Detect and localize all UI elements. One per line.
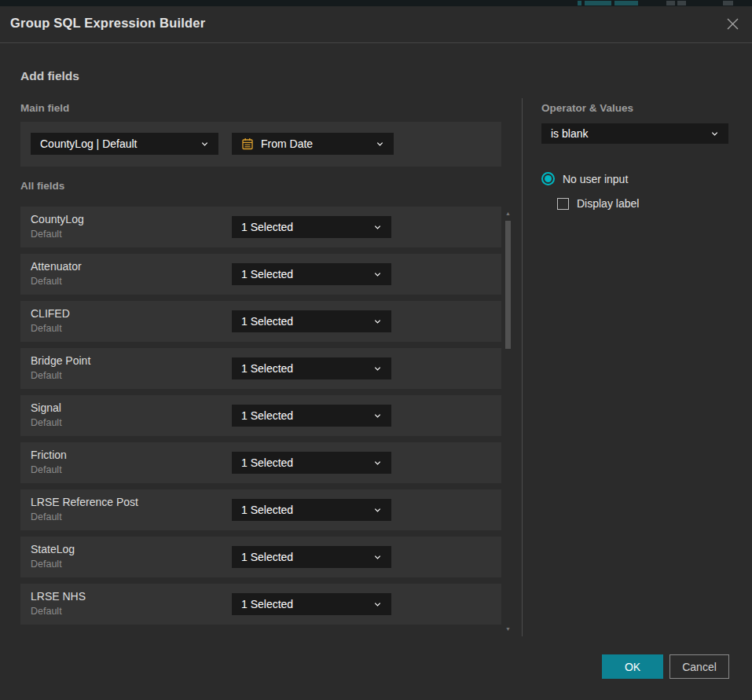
chevron-down-icon xyxy=(373,317,382,326)
chevron-down-icon xyxy=(373,459,382,467)
vertical-divider xyxy=(522,98,523,636)
background-decoration xyxy=(578,1,581,5)
chevron-down-icon xyxy=(373,270,382,279)
chevron-down-icon xyxy=(373,223,382,232)
background-decoration xyxy=(585,1,611,5)
field-subtitle: Default xyxy=(31,417,62,428)
group-sql-expression-builder-dialog: Group SQL Expression Builder Add fields … xyxy=(0,6,752,700)
field-name: CountyLog xyxy=(31,213,84,225)
field-name: Friction xyxy=(31,449,67,461)
field-name: LRSE Reference Post xyxy=(31,496,138,508)
field-selection-select[interactable]: 1 Selected xyxy=(232,263,391,285)
calendar-icon xyxy=(241,137,254,150)
selection-value: 1 Selected xyxy=(241,315,367,328)
selection-value: 1 Selected xyxy=(241,456,367,469)
field-row-countylog: CountyLog Default 1 Selected xyxy=(20,207,501,247)
field-selection-select[interactable]: 1 Selected xyxy=(232,357,391,379)
field-subtitle: Default xyxy=(31,323,62,334)
selection-value: 1 Selected xyxy=(241,551,367,563)
no-user-input-label: No user input xyxy=(563,173,628,185)
display-label-checkbox[interactable]: Display label xyxy=(557,197,639,210)
scrollbar-up-arrow[interactable]: ▲ xyxy=(504,211,512,216)
all-fields-label: All fields xyxy=(20,180,64,192)
chevron-down-icon xyxy=(373,365,382,373)
close-icon[interactable] xyxy=(724,15,741,32)
radio-selected-icon xyxy=(541,172,555,185)
field-selection-select[interactable]: 1 Selected xyxy=(232,405,391,427)
field-name: LRSE NHS xyxy=(31,590,86,603)
dialog-header: Group SQL Expression Builder xyxy=(0,6,752,43)
field-selection-select[interactable]: 1 Selected xyxy=(232,452,391,474)
add-fields-heading: Add fields xyxy=(20,69,79,83)
display-label-text: Display label xyxy=(577,197,639,210)
selection-value: 1 Selected xyxy=(241,268,367,280)
chevron-down-icon xyxy=(373,412,382,420)
field-row-bridge-point: Bridge Point Default 1 Selected xyxy=(20,348,501,389)
operator-select[interactable]: is blank xyxy=(541,123,728,144)
background-app-strip xyxy=(0,0,752,6)
field-name: CLIFED xyxy=(31,307,70,320)
field-select-value: From Date xyxy=(261,137,369,150)
chevron-down-icon xyxy=(376,140,384,148)
selection-value: 1 Selected xyxy=(241,409,367,422)
field-row-statelog: StateLog Default 1 Selected xyxy=(20,537,501,577)
dialog-title: Group SQL Expression Builder xyxy=(10,16,205,31)
chevron-down-icon xyxy=(200,140,209,148)
layer-select-value: CountyLog | Default xyxy=(40,137,194,150)
operator-select-value: is blank xyxy=(551,127,704,140)
scrollbar-thumb[interactable] xyxy=(505,221,511,349)
checkbox-unchecked-icon xyxy=(557,198,569,210)
main-field-panel: CountyLog | Default From Date xyxy=(20,122,501,167)
chevron-down-icon xyxy=(373,600,382,609)
screen: Group SQL Expression Builder Add fields … xyxy=(0,0,752,700)
chevron-down-icon xyxy=(710,130,719,138)
field-subtitle: Default xyxy=(31,606,62,617)
selection-value: 1 Selected xyxy=(241,598,367,610)
field-subtitle: Default xyxy=(31,229,62,240)
field-name: Bridge Point xyxy=(31,354,90,367)
ok-button[interactable]: OK xyxy=(602,654,663,679)
field-name: Attenuator xyxy=(31,260,82,273)
main-field-label: Main field xyxy=(20,102,69,114)
field-selection-select[interactable]: 1 Selected xyxy=(232,310,391,332)
field-name: StateLog xyxy=(31,543,75,555)
field-row-clifed: CLIFED Default 1 Selected xyxy=(20,301,501,342)
field-row-friction: Friction Default 1 Selected xyxy=(20,442,501,483)
background-decoration xyxy=(614,1,638,5)
field-subtitle: Default xyxy=(31,370,62,381)
field-row-attenuator: Attenuator Default 1 Selected xyxy=(20,254,501,295)
selection-value: 1 Selected xyxy=(241,504,367,516)
background-decoration xyxy=(677,1,686,5)
field-row-lrse-reference-post: LRSE Reference Post Default 1 Selected xyxy=(20,489,501,530)
field-selection-select[interactable]: 1 Selected xyxy=(232,593,391,615)
chevron-down-icon xyxy=(373,553,382,562)
field-row-lrse-nhs: LRSE NHS Default 1 Selected xyxy=(20,584,501,625)
cancel-button[interactable]: Cancel xyxy=(669,654,729,679)
chevron-down-icon xyxy=(373,506,382,515)
selection-value: 1 Selected xyxy=(241,362,367,375)
field-subtitle: Default xyxy=(31,559,62,570)
scrollbar-down-arrow[interactable]: ▼ xyxy=(504,626,512,632)
no-user-input-radio[interactable]: No user input xyxy=(541,172,628,185)
field-select[interactable]: From Date xyxy=(232,133,394,155)
background-decoration xyxy=(723,1,733,5)
field-name: Signal xyxy=(31,401,61,414)
layer-select[interactable]: CountyLog | Default xyxy=(31,133,218,155)
field-selection-select[interactable]: 1 Selected xyxy=(232,546,391,568)
all-fields-list: CountyLog Default 1 Selected Attenuator … xyxy=(20,207,501,631)
field-row-signal: Signal Default 1 Selected xyxy=(20,395,501,436)
operator-values-label: Operator & Values xyxy=(541,102,633,114)
field-subtitle: Default xyxy=(31,464,62,475)
field-subtitle: Default xyxy=(31,276,62,287)
field-selection-select[interactable]: 1 Selected xyxy=(232,499,391,521)
selection-value: 1 Selected xyxy=(241,221,367,233)
background-decoration xyxy=(666,1,675,5)
field-subtitle: Default xyxy=(31,511,62,522)
field-selection-select[interactable]: 1 Selected xyxy=(232,216,391,238)
